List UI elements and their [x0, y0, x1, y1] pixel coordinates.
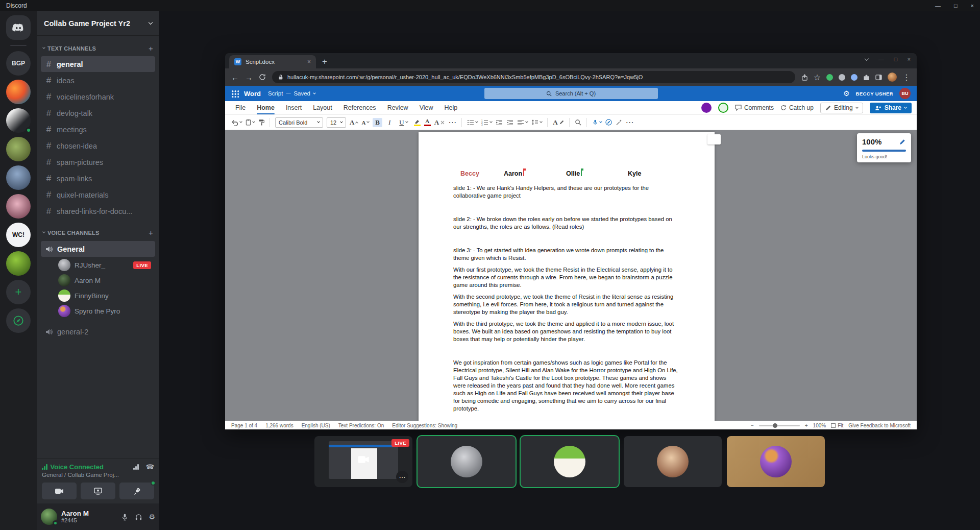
server-icon-avatar-3[interactable]: [6, 137, 31, 161]
more-font-options-button[interactable]: ⋯: [448, 117, 456, 127]
server-icon-avatar-2[interactable]: [6, 108, 31, 133]
share-page-icon[interactable]: [801, 74, 808, 81]
participant-tile-3[interactable]: [624, 436, 722, 487]
back-button[interactable]: ←: [231, 73, 239, 82]
auto-format-wand-icon[interactable]: [616, 119, 622, 126]
editor-button[interactable]: [605, 119, 612, 126]
font-size-select[interactable]: 12: [327, 117, 346, 128]
line-spacing-button[interactable]: [531, 119, 542, 126]
collaborator-presence-avatar-1[interactable]: [701, 103, 712, 113]
user-settings-button[interactable]: ⚙: [149, 513, 155, 521]
server-icon-avatar-1[interactable]: [6, 80, 31, 104]
browser-minimize-button[interactable]: —: [878, 56, 884, 62]
screen-share-tile[interactable]: LIVE ⋯: [314, 436, 412, 487]
channel-item-voicelinesforhank[interactable]: # voicelinesforhank: [41, 89, 155, 105]
maximize-button[interactable]: □: [954, 3, 958, 9]
settings-gear-icon[interactable]: ⚙: [843, 89, 850, 98]
participant-tile-2[interactable]: [521, 436, 619, 487]
address-bar[interactable]: hullacuk-my.sharepoint.com/:w:/g/persona…: [272, 71, 795, 83]
channel-item-meetings[interactable]: # meetings: [41, 122, 155, 137]
server-header[interactable]: Collab Game Project Yr2: [37, 11, 159, 36]
camera-button[interactable]: [42, 483, 77, 499]
user-avatar[interactable]: [41, 509, 57, 525]
tab-view[interactable]: View: [414, 102, 438, 113]
voice-channel-location[interactable]: General / Collab Game Proj...: [42, 472, 154, 478]
shrink-font-button[interactable]: A: [361, 119, 369, 126]
new-tab-button[interactable]: +: [322, 57, 327, 67]
feedback-link[interactable]: Give Feedback to Microsoft: [848, 423, 911, 428]
decrease-indent-button[interactable]: [496, 119, 503, 126]
voice-user-rjusher[interactable]: RJUsher_ LIVE: [41, 257, 155, 273]
extension-icon-3[interactable]: [851, 74, 857, 81]
underline-button[interactable]: U: [397, 118, 410, 127]
voice-channel-general-2[interactable]: general-2: [41, 324, 155, 340]
browser-menu-kebab-icon[interactable]: ⋮: [902, 73, 911, 82]
editor-suggestions[interactable]: Editor Suggestions: Showing: [392, 423, 457, 428]
increase-indent-button[interactable]: [506, 119, 513, 126]
mute-microphone-button[interactable]: [121, 513, 129, 521]
deafen-button[interactable]: [135, 513, 142, 521]
close-button[interactable]: ×: [971, 3, 974, 9]
collaborator-presence-avatar-2[interactable]: [718, 103, 728, 113]
tab-close-button[interactable]: ×: [307, 58, 311, 65]
tab-insert[interactable]: Insert: [281, 102, 307, 113]
tab-layout[interactable]: Layout: [308, 102, 337, 113]
word-search-box[interactable]: Search (Alt + Q): [484, 88, 658, 99]
font-name-select[interactable]: Calibri Bold: [275, 117, 323, 128]
zoom-slider[interactable]: [759, 425, 800, 426]
grow-font-button[interactable]: A: [350, 118, 358, 127]
browser-profile-avatar[interactable]: [888, 73, 897, 82]
bold-button[interactable]: B: [373, 118, 382, 127]
undo-button[interactable]: [231, 119, 242, 126]
tab-search-chevron-icon[interactable]: [865, 56, 869, 60]
extensions-puzzle-icon[interactable]: [863, 74, 870, 81]
tile-options-button[interactable]: ⋯: [396, 471, 408, 483]
alignment-button[interactable]: [517, 119, 528, 126]
screen-share-button[interactable]: [81, 483, 115, 499]
channel-item-spam-pictures[interactable]: # spam-pictures: [41, 154, 155, 170]
channel-item-general[interactable]: # general: [41, 56, 155, 72]
zoom-out-button[interactable]: −: [751, 423, 754, 428]
comments-button[interactable]: Comments: [735, 104, 774, 111]
editor-score-card[interactable]: 100% Looks good!: [857, 133, 911, 162]
server-icon-avatar-5[interactable]: [6, 194, 31, 219]
extension-icon-2[interactable]: [839, 74, 845, 81]
tab-file[interactable]: File: [230, 102, 251, 113]
side-panel-icon[interactable]: [875, 74, 882, 81]
voice-user-finnybinny[interactable]: FinnyBinny: [41, 288, 155, 303]
disconnect-call-button[interactable]: ☎: [146, 463, 154, 471]
server-icon-wc[interactable]: WC!: [6, 223, 31, 247]
voice-channel-general[interactable]: General: [41, 241, 155, 257]
browser-tab-script-docx[interactable]: W Script.docx ×: [229, 55, 316, 68]
tab-review[interactable]: Review: [382, 102, 413, 113]
zoom-in-button[interactable]: +: [805, 423, 808, 428]
word-count[interactable]: 1,266 words: [265, 423, 293, 428]
channel-item-ideas[interactable]: # ideas: [41, 73, 155, 88]
text-channels-header[interactable]: TEXT CHANNELS +: [41, 42, 155, 56]
styles-button[interactable]: A: [553, 118, 564, 127]
comment-card-stub[interactable]: [707, 134, 721, 144]
activities-button[interactable]: [119, 483, 154, 499]
numbered-list-button[interactable]: 123: [481, 119, 492, 126]
paste-button[interactable]: [246, 119, 255, 126]
app-launcher-icon[interactable]: [231, 90, 239, 98]
document-title-menu[interactable]: Script — Saved: [268, 90, 315, 97]
tab-references[interactable]: References: [338, 102, 381, 113]
minimize-button[interactable]: —: [935, 3, 941, 9]
account-avatar[interactable]: BU: [899, 88, 911, 99]
channel-item-devlog-talk[interactable]: # devlog-talk: [41, 105, 155, 121]
channel-item-quixel-materials[interactable]: # quixel-materials: [41, 187, 155, 203]
noise-suppression-icon[interactable]: [133, 464, 139, 470]
clear-formatting-button[interactable]: A: [434, 118, 445, 127]
ribbon-overflow-button[interactable]: ⋯: [626, 117, 634, 127]
language[interactable]: English (US): [302, 423, 330, 428]
fit-button[interactable]: Fit: [831, 423, 843, 428]
page-count[interactable]: Page 1 of 4: [231, 423, 257, 428]
voice-channels-header[interactable]: VOICE CHANNELS +: [41, 226, 155, 240]
browser-close-button[interactable]: ×: [908, 56, 911, 62]
extension-icon-1[interactable]: [826, 74, 833, 81]
participant-tile-4[interactable]: [727, 436, 825, 487]
user-meta[interactable]: Aaron M #2445: [61, 510, 89, 524]
format-painter-button[interactable]: [258, 119, 264, 126]
channel-item-chosen-idea[interactable]: # chosen-idea: [41, 138, 155, 154]
